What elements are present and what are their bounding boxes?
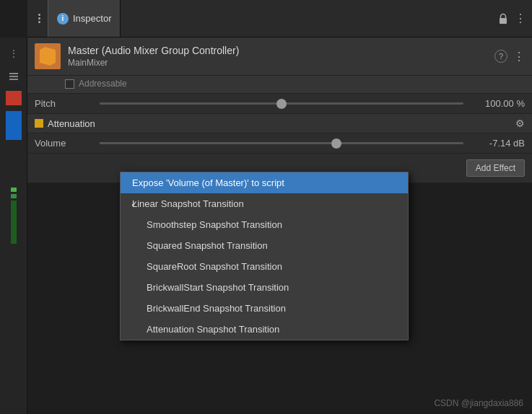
- context-menu-item-smoothstep[interactable]: Smoothstep Snapshot Transition: [121, 214, 408, 235]
- addressable-label: Addressable: [79, 79, 127, 89]
- green-bar-2: [11, 194, 17, 198]
- context-menu-item-linear[interactable]: ✓ Linear Snapshot Transition: [121, 193, 408, 214]
- pitch-slider-thumb[interactable]: [276, 99, 287, 109]
- lock-svg: [498, 13, 508, 25]
- context-menu-brickwallstart-label: BrickwallStart Snapshot Transition: [147, 282, 289, 293]
- help-label: ?: [499, 52, 503, 61]
- pitch-label: Pitch: [35, 98, 92, 109]
- top-bar-right: ⋮: [497, 12, 532, 25]
- pitch-slider-track: [100, 102, 463, 105]
- volume-slider-thumb[interactable]: [331, 138, 341, 149]
- component-title-area: Master (Audio Mixer Group Controller) Ma…: [68, 45, 487, 68]
- top-bar-left-icons: [27, 14, 48, 23]
- volume-slider[interactable]: [100, 138, 463, 149]
- context-menu-item-attenuation[interactable]: Attenuation Snapshot Transition: [121, 319, 408, 340]
- attenuation-header: Attenuation ⚙: [27, 114, 532, 133]
- inspector-tab[interactable]: i Inspector: [48, 0, 121, 37]
- volume-value: -7.14 dB: [471, 138, 525, 149]
- context-menu-item-brickwallstart[interactable]: BrickwallStart Snapshot Transition: [121, 277, 408, 298]
- context-menu-attenuation-label: Attenuation Snapshot Transition: [147, 324, 279, 335]
- svg-rect-0: [9, 73, 18, 74]
- gear-icon: ⚙: [515, 118, 525, 129]
- pitch-slider[interactable]: [100, 99, 463, 109]
- pitch-row: Pitch 100.00 %: [27, 94, 532, 114]
- context-menu-item-expose[interactable]: Expose 'Volume (of Master)' to script: [121, 172, 408, 193]
- addressable-row: Addressable: [27, 76, 532, 94]
- volume-label: Volume: [35, 138, 92, 149]
- left-icon-dots[interactable]: ⋮: [4, 43, 24, 63]
- gear-button[interactable]: ⚙: [515, 118, 525, 129]
- component-header: Master (Audio Mixer Group Controller) Ma…: [27, 38, 532, 76]
- top-bar: i Inspector ⋮: [27, 0, 532, 38]
- context-menu-squareroot-label: SquareRoot Snapshot Transition: [147, 261, 282, 272]
- inspector-area: i Inspector ⋮ Master (Audio Mixer Group …: [27, 0, 532, 183]
- context-menu-smoothstep-label: Smoothstep Snapshot Transition: [147, 219, 282, 230]
- svg-rect-1: [9, 76, 18, 77]
- layers-icon: [8, 71, 19, 82]
- blue-indicator: [6, 111, 22, 140]
- green-bar-1: [11, 188, 17, 192]
- dark-green-bar: [11, 201, 17, 244]
- pitch-slider-fill: [100, 102, 282, 105]
- inspector-icon-text: i: [62, 14, 64, 22]
- component-header-right: ? ⋮: [494, 50, 525, 63]
- volume-row: Volume -7.14 dB: [27, 133, 532, 154]
- left-icon-layers[interactable]: [4, 66, 24, 87]
- attenuation-color-box: [35, 119, 43, 128]
- watermark: CSDN @jiangdaxia886: [434, 398, 523, 408]
- kebab-icon[interactable]: ⋮: [515, 12, 526, 25]
- volume-slider-track: [100, 142, 463, 144]
- checkmark-icon: ✓: [131, 199, 138, 209]
- top-dots-icon: [38, 14, 40, 23]
- svg-rect-3: [500, 18, 507, 24]
- context-menu-squared-label: Squared Snapshot Transition: [147, 240, 268, 251]
- lock-icon[interactable]: [497, 13, 509, 25]
- volume-slider-fill: [100, 142, 336, 144]
- context-menu: Expose 'Volume (of Master)' to script ✓ …: [120, 172, 409, 340]
- component-icon: [35, 43, 61, 69]
- context-menu-item-squareroot[interactable]: SquareRoot Snapshot Transition: [121, 256, 408, 277]
- addressable-checkbox[interactable]: [65, 79, 74, 89]
- pitch-value: 100.00 %: [471, 98, 525, 109]
- context-menu-item-squared[interactable]: Squared Snapshot Transition: [121, 235, 408, 256]
- watermark-text: CSDN @jiangdaxia886: [434, 398, 523, 408]
- component-subtitle: MainMixer: [68, 58, 487, 68]
- dots-icon: ⋮: [9, 48, 19, 59]
- component-icon-inner: [40, 47, 56, 66]
- context-menu-expose-label: Expose 'Volume (of Master)' to script: [132, 177, 284, 188]
- component-title: Master (Audio Mixer Group Controller): [68, 45, 487, 56]
- svg-rect-2: [9, 79, 18, 80]
- inspector-tab-label: Inspector: [73, 13, 111, 24]
- inspector-tab-icon: i: [57, 13, 69, 25]
- component-kebab-icon[interactable]: ⋮: [513, 50, 525, 63]
- context-menu-linear-label: Linear Snapshot Transition: [132, 198, 244, 209]
- context-menu-brickwallend-label: BrickwallEnd Snapshot Transition: [147, 303, 286, 314]
- context-menu-item-brickwallend[interactable]: BrickwallEnd Snapshot Transition: [121, 298, 408, 319]
- attenuation-title: Attenuation: [48, 118, 511, 129]
- add-effect-button[interactable]: Add Effect: [466, 159, 525, 177]
- red-indicator: [6, 91, 22, 105]
- help-button[interactable]: ?: [494, 50, 507, 63]
- left-panel: ⋮: [0, 38, 27, 414]
